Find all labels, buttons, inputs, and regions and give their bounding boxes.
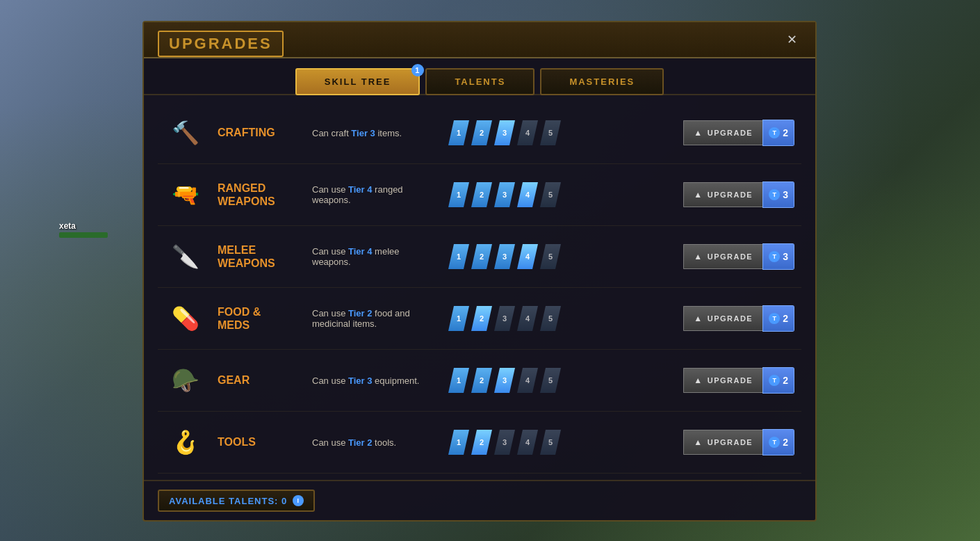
skill-icon-crafting: 🔨: [165, 112, 206, 154]
tier-pip-ranged-weapons-2: 2: [471, 182, 492, 207]
tier-highlight-tools: Tier 2: [348, 437, 372, 448]
upgrade-arrow-icon-food-meds: ▲: [694, 314, 703, 323]
upgrade-main-ranged-weapons: ▲UPGRADE: [683, 182, 762, 207]
upgrade-arrow-icon-tools: ▲: [694, 437, 703, 447]
cost-num-ranged-weapons: 3: [783, 189, 788, 200]
tier-pip-food-meds-5: 5: [540, 306, 561, 331]
tier-bar-ranged-weapons: 12345: [448, 182, 561, 207]
tier-pip-crafting-5: 5: [540, 120, 561, 145]
tier-pip-tools-1: 1: [448, 430, 469, 455]
upgrade-main-crafting: ▲UPGRADE: [683, 120, 762, 145]
tier-highlight-food-meds: Tier 2: [348, 308, 372, 318]
upgrade-cost-tools: T2: [762, 429, 794, 455]
upgrade-label-crafting: UPGRADE: [708, 129, 753, 137]
tab-talents[interactable]: TALENTS: [425, 68, 534, 95]
skill-desc-food-meds: Can use Tier 2 food and medicinal items.: [312, 308, 437, 329]
available-talents-badge: AVAILABLE TALENTS: 0 i: [158, 490, 315, 512]
tier-pip-melee-weapons-1: 1: [448, 244, 469, 269]
skill-icon-gear: 🪖: [165, 360, 206, 401]
cost-num-melee-weapons: 3: [783, 251, 788, 262]
tier-bar-tools: 12345: [448, 430, 561, 455]
tier-highlight-gear: Tier 3: [348, 376, 372, 386]
skill-row-melee-weapons: 🔪MELEEWEAPONSCan use Tier 4 melee weapon…: [158, 226, 801, 288]
upgrade-label-melee-weapons: UPGRADE: [708, 252, 753, 261]
skill-row-tools: 🪝TOOLSCan use Tier 2 tools.12345▲UPGRADE…: [158, 412, 801, 474]
tier-pip-food-meds-3: 3: [494, 306, 515, 331]
tier-highlight-melee-weapons: Tier 4: [348, 246, 372, 257]
upgrade-button-crafting[interactable]: ▲UPGRADET2: [683, 120, 794, 146]
tier-pip-food-meds-4: 4: [517, 306, 538, 331]
upgrade-main-melee-weapons: ▲UPGRADE: [683, 244, 762, 269]
tab-masteries[interactable]: MASTERIES: [540, 68, 664, 95]
tier-pip-tools-5: 5: [540, 430, 561, 455]
tabs-row: SKILL TREE1TALENTSMASTERIES: [144, 58, 815, 95]
upgrade-button-tools[interactable]: ▲UPGRADET2: [683, 429, 794, 455]
player-label: xeta: [59, 221, 108, 238]
upgrade-arrow-icon-crafting: ▲: [694, 128, 703, 138]
upgrade-cost-crafting: T2: [762, 120, 794, 146]
skill-desc-gear: Can use Tier 3 equipment.: [312, 376, 437, 386]
skill-icon-food-meds: 💊: [165, 298, 206, 339]
upgrade-button-melee-weapons[interactable]: ▲UPGRADET3: [683, 243, 794, 270]
tier-pip-crafting-4: 4: [517, 120, 538, 145]
skill-row-food-meds: 💊FOOD &MEDSCan use Tier 2 food and medic…: [158, 288, 801, 350]
skill-row-crafting: 🔨CRAFTINGCan craft Tier 3 items.12345▲UP…: [158, 102, 801, 164]
cost-icon-gear: T: [769, 375, 780, 386]
modal-title: UPGRADES: [158, 31, 284, 57]
cost-num-gear: 2: [783, 375, 788, 386]
upgrade-label-food-meds: UPGRADE: [708, 314, 753, 323]
tier-pip-tools-2: 2: [471, 430, 492, 455]
tier-pip-ranged-weapons-5: 5: [540, 182, 561, 207]
upgrades-modal: UPGRADES ✕ SKILL TREE1TALENTSMASTERIES 🔨…: [142, 21, 817, 522]
upgrade-label-tools: UPGRADE: [708, 438, 753, 446]
tier-bar-melee-weapons: 12345: [448, 244, 561, 269]
upgrade-button-ranged-weapons[interactable]: ▲UPGRADET3: [683, 181, 794, 208]
cost-icon-ranged-weapons: T: [769, 189, 780, 200]
tier-bar-food-meds: 12345: [448, 306, 561, 331]
tier-pip-food-meds-1: 1: [448, 306, 469, 331]
cost-num-tools: 2: [783, 437, 788, 448]
cost-icon-food-meds: T: [769, 313, 780, 324]
skill-desc-ranged-weapons: Can use Tier 4 ranged weapons.: [312, 184, 437, 205]
tier-pip-gear-2: 2: [471, 368, 492, 393]
tier-pip-ranged-weapons-4: 4: [517, 182, 538, 207]
tier-pip-gear-3: 3: [494, 368, 515, 393]
modal-header: UPGRADES ✕: [144, 22, 815, 58]
tier-pip-melee-weapons-2: 2: [471, 244, 492, 269]
upgrade-label-gear: UPGRADE: [708, 376, 753, 385]
tier-highlight-ranged-weapons: Tier 4: [348, 184, 372, 195]
upgrade-cost-melee-weapons: T3: [762, 243, 794, 270]
close-button[interactable]: ✕: [783, 33, 801, 46]
cost-num-crafting: 2: [783, 127, 788, 138]
tier-pip-melee-weapons-5: 5: [540, 244, 561, 269]
upgrade-button-gear[interactable]: ▲UPGRADET2: [683, 367, 794, 394]
tab-skill-tree[interactable]: SKILL TREE1: [295, 68, 420, 95]
cost-icon-tools: T: [769, 437, 780, 448]
upgrade-arrow-icon-gear: ▲: [694, 376, 703, 385]
skill-name-food-meds: FOOD &MEDS: [218, 305, 301, 332]
tier-bar-crafting: 12345: [448, 120, 561, 145]
upgrade-main-food-meds: ▲UPGRADE: [683, 306, 762, 331]
tier-pip-crafting-3: 3: [494, 120, 515, 145]
upgrade-main-tools: ▲UPGRADE: [683, 430, 762, 455]
skill-name-tools: TOOLS: [218, 435, 301, 449]
skill-row-gear: 🪖GEARCan use Tier 3 equipment.12345▲UPGR…: [158, 350, 801, 412]
available-talents-label: AVAILABLE TALENTS: 0: [169, 496, 287, 506]
skill-icon-tools: 🪝: [165, 421, 206, 463]
upgrade-arrow-icon-melee-weapons: ▲: [694, 252, 703, 261]
cost-icon-crafting: T: [769, 127, 780, 138]
tab-badge-skill-tree: 1: [411, 64, 424, 76]
tier-pip-gear-5: 5: [540, 368, 561, 393]
health-bar: [59, 232, 108, 238]
player-name: xeta: [59, 221, 76, 231]
cost-icon-melee-weapons: T: [769, 251, 780, 262]
info-icon[interactable]: i: [293, 495, 304, 506]
tier-pip-melee-weapons-4: 4: [517, 244, 538, 269]
upgrade-button-food-meds[interactable]: ▲UPGRADET2: [683, 305, 794, 332]
skill-icon-melee-weapons: 🔪: [165, 236, 206, 277]
upgrade-label-ranged-weapons: UPGRADE: [708, 191, 753, 199]
modal-footer: AVAILABLE TALENTS: 0 i: [144, 480, 815, 520]
tier-pip-crafting-2: 2: [471, 120, 492, 145]
skill-desc-crafting: Can craft Tier 3 items.: [312, 128, 437, 138]
skill-name-crafting: CRAFTING: [218, 126, 301, 139]
